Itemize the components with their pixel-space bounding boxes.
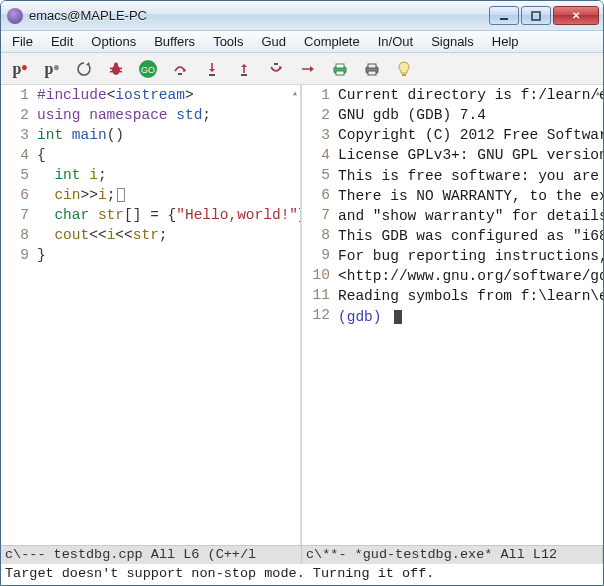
svg-rect-16: [402, 74, 406, 76]
menu-buffers[interactable]: Buffers: [145, 32, 204, 51]
editor-area: 123456789 #include<iostream>using namesp…: [1, 85, 603, 545]
menu-options[interactable]: Options: [82, 32, 145, 51]
svg-rect-1: [532, 12, 540, 20]
titlebar[interactable]: emacs@MAPLE-PC ✕: [1, 1, 603, 31]
menu-help[interactable]: Help: [483, 32, 528, 51]
svg-rect-14: [368, 64, 376, 68]
modeline-gdb[interactable]: c\**- *gud-testdbg.exe* All L12: [302, 546, 603, 563]
menu-file[interactable]: File: [3, 32, 42, 51]
window-controls: ✕: [489, 6, 599, 25]
breakpoint-clear-icon[interactable]: p•: [41, 58, 63, 80]
echo-area: Target doesn't support non-stop mode. Tu…: [1, 563, 603, 585]
svg-rect-9: [274, 63, 278, 65]
menu-tools[interactable]: Tools: [204, 32, 252, 51]
step-into-icon[interactable]: [201, 58, 223, 80]
window-title: emacs@MAPLE-PC: [29, 8, 489, 23]
modeline-row: c\--- testdbg.cpp All L6 (C++/l c\**- *g…: [1, 545, 603, 563]
go-icon[interactable]: GO: [137, 58, 159, 80]
gdb-pane[interactable]: 123456789101112 Current directory is f:/…: [302, 85, 603, 545]
gdb-output[interactable]: Current directory is f:/learn/ema▸GNU gd…: [338, 85, 603, 327]
menubar: File Edit Options Buffers Tools Gud Comp…: [1, 31, 603, 53]
step-over-icon[interactable]: [169, 58, 191, 80]
svg-rect-7: [209, 74, 215, 76]
breakpoint-set-icon[interactable]: p•: [9, 58, 31, 80]
menu-signals[interactable]: Signals: [422, 32, 483, 51]
svg-rect-8: [241, 74, 247, 76]
modeline-source[interactable]: c\--- testdbg.cpp All L6 (C++/l: [1, 546, 302, 563]
menu-gud[interactable]: Gud: [252, 32, 295, 51]
maximize-button[interactable]: [521, 6, 551, 25]
continue-icon[interactable]: [297, 58, 319, 80]
source-code[interactable]: #include<iostream>using namespace std;in…: [37, 85, 300, 265]
window: emacs@MAPLE-PC ✕ File Edit Options Buffe…: [0, 0, 604, 586]
finish-icon[interactable]: [265, 58, 287, 80]
step-out-icon[interactable]: [233, 58, 255, 80]
bug-icon[interactable]: [105, 58, 127, 80]
scroll-up-icon[interactable]: ▴: [292, 87, 298, 99]
svg-rect-0: [500, 18, 508, 20]
menu-inout[interactable]: In/Out: [369, 32, 422, 51]
svg-point-3: [114, 62, 118, 66]
source-gutter: 123456789: [1, 85, 33, 265]
lightbulb-icon[interactable]: [393, 58, 415, 80]
svg-rect-6: [178, 73, 182, 75]
watch-icon[interactable]: [361, 58, 383, 80]
minimize-button[interactable]: [489, 6, 519, 25]
svg-rect-12: [336, 71, 344, 75]
print-icon[interactable]: [329, 58, 351, 80]
menu-complete[interactable]: Complete: [295, 32, 369, 51]
refresh-icon[interactable]: [73, 58, 95, 80]
app-icon: [7, 8, 23, 24]
svg-text:GO: GO: [141, 65, 155, 75]
source-pane[interactable]: 123456789 #include<iostream>using namesp…: [1, 85, 302, 545]
svg-rect-11: [336, 64, 344, 68]
svg-rect-15: [368, 71, 376, 75]
scroll-up-icon[interactable]: ▴: [595, 87, 601, 99]
toolbar: p• p• GO: [1, 53, 603, 85]
gdb-gutter: 123456789101112: [302, 85, 334, 325]
menu-edit[interactable]: Edit: [42, 32, 82, 51]
close-button[interactable]: ✕: [553, 6, 599, 25]
